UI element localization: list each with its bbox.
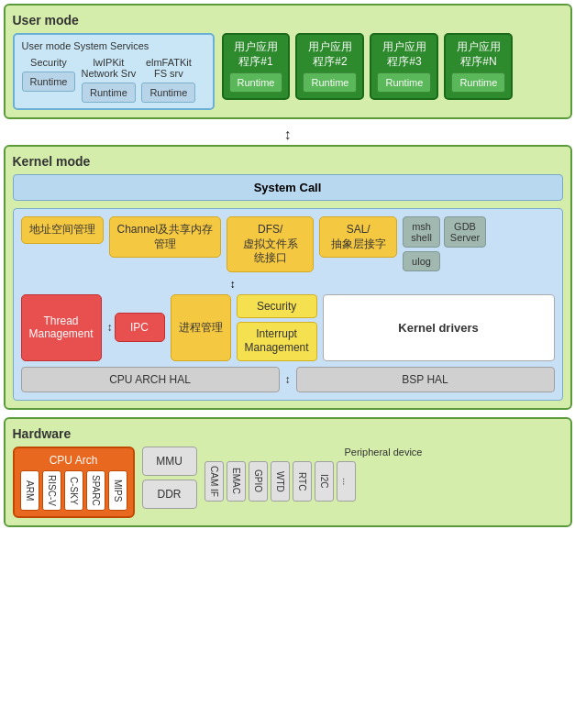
hal-row: CPU ARCH HAL ↕ BSP HAL xyxy=(21,367,555,392)
app-title-1: 用户应用程序#1 xyxy=(234,40,278,69)
system-call-box: System Call xyxy=(13,174,563,201)
ipc-left-arrow: ↕ xyxy=(107,321,113,334)
system-services-title: User mode System Services xyxy=(22,40,205,51)
services-row: Security Runtime lwIPKitNetwork Srv Runt… xyxy=(22,57,205,103)
service-lwipkit: lwIPKitNetwork Srv Runtime xyxy=(81,57,136,103)
process-mgmt-block: 进程管理 xyxy=(171,294,231,361)
cpu-arm: ARM xyxy=(20,470,39,511)
arrow-user-to-kernel: ↕ xyxy=(4,127,572,143)
app-runtime-1: Runtime xyxy=(229,72,283,93)
cpu-arch-title: CPU Arch xyxy=(20,454,127,467)
ddr-box: DDR xyxy=(142,480,197,509)
peripheral-title: Peripheral device xyxy=(205,447,563,458)
runtime-lwipkit: Runtime xyxy=(82,83,136,103)
hal-arrow-separator: ↕ xyxy=(285,373,291,386)
kernel-mode-title: Kernel mode xyxy=(13,154,563,169)
cpu-sparc: SPARC xyxy=(86,470,105,511)
block-addr-mgmt: 地址空间管理 xyxy=(21,216,104,244)
app-box-1: 用户应用程序#1 Runtime xyxy=(222,33,291,100)
peripheral-camif: CAM IF xyxy=(205,461,224,502)
service-label-lwipkit: lwIPKitNetwork Srv xyxy=(81,57,136,79)
peripheral-col: Peripheral device CAM IF EMAC GPIO WTD R… xyxy=(205,447,563,502)
peripheral-rtc: RTC xyxy=(293,461,312,502)
debug-tools-area: mshshell ulog GDBServer xyxy=(403,216,486,271)
app-title-3: 用户应用程序#3 xyxy=(382,40,426,69)
kernel-row2: ThreadManagement ↕ IPC 进程管理 Security Int… xyxy=(21,294,555,361)
kernel-mode-section: Kernel mode System Call 地址空间管理 Channel及共… xyxy=(4,145,572,410)
service-label-security: Security xyxy=(30,57,67,68)
hardware-inner: CPU Arch ARM RISC-V C-SKY SPARC MIPS MMU… xyxy=(13,447,563,518)
app-title-n: 用户应用程序#N xyxy=(457,40,501,69)
runtime-elmfatkit: Runtime xyxy=(141,83,195,103)
kernel-row1: 地址空间管理 Channel及共享内存管理 DFS/虚拟文件系统接口 SAL/抽… xyxy=(21,216,555,272)
gray-blocks-col: mshshell ulog xyxy=(403,216,440,271)
security-mgmt-col: Security InterruptManagement xyxy=(237,294,317,361)
peripheral-emac: EMAC xyxy=(227,461,246,502)
runtime-security: Runtime xyxy=(22,72,76,92)
user-mode-section: User mode User mode System Services Secu… xyxy=(4,4,572,119)
gdb-server-block: GDBServer xyxy=(444,216,486,248)
ulog-block: ulog xyxy=(403,251,440,271)
app-runtime-2: Runtime xyxy=(303,72,357,93)
interrupt-mgmt-block: InterruptManagement xyxy=(237,322,317,361)
cpu-csky: C-SKY xyxy=(64,470,83,511)
peripheral-more: ... xyxy=(337,461,356,502)
app-runtime-3: Runtime xyxy=(377,72,431,93)
user-mode-title: User mode xyxy=(13,13,563,28)
peripheral-gpio: GPIO xyxy=(249,461,268,502)
hardware-section: Hardware CPU Arch ARM RISC-V C-SKY SPARC… xyxy=(4,417,572,527)
block-sal: SAL/抽象层接字 xyxy=(319,216,397,258)
apps-container: 用户应用程序#1 Runtime 用户应用程序#2 Runtime 用户应用程序… xyxy=(222,33,514,100)
cpu-arch-items: ARM RISC-V C-SKY SPARC MIPS xyxy=(20,470,127,511)
peripheral-items: CAM IF EMAC GPIO WTD RTC I2C ... xyxy=(205,461,563,502)
app-runtime-n: Runtime xyxy=(451,72,505,93)
service-elmfatkit: elmFATKitFS srv Runtime xyxy=(141,57,195,103)
user-mode-inner: User mode System Services Security Runti… xyxy=(13,33,563,110)
hardware-title: Hardware xyxy=(13,426,563,441)
app-box-2: 用户应用程序#2 Runtime xyxy=(295,33,364,100)
service-label-elmfatkit: elmFATKitFS srv xyxy=(146,57,192,79)
block-channel-mgmt: Channel及共享内存管理 xyxy=(109,216,222,258)
app-box-3: 用户应用程序#3 Runtime xyxy=(370,33,438,100)
cpu-mips: MIPS xyxy=(108,470,127,511)
thread-management-block: ThreadManagement xyxy=(21,294,102,361)
block-dfs: DFS/虚拟文件系统接口 xyxy=(227,216,314,272)
peripheral-i2c: I2C xyxy=(315,461,334,502)
kernel-mid-arrow: ↕ xyxy=(21,278,555,291)
app-box-n: 用户应用程序#N Runtime xyxy=(444,33,513,100)
service-security: Security Runtime xyxy=(22,57,76,92)
main-container: User mode User mode System Services Secu… xyxy=(4,4,572,527)
cpu-arch-box: CPU Arch ARM RISC-V C-SKY SPARC MIPS xyxy=(13,447,135,518)
ipc-block: IPC xyxy=(115,313,165,342)
cpu-arch-hal-box: CPU ARCH HAL xyxy=(21,367,280,392)
mmu-box: MMU xyxy=(142,447,197,476)
peripheral-wtd: WTD xyxy=(271,461,290,502)
msh-shell-block: mshshell xyxy=(403,216,440,248)
mmu-ddr-col: MMU DDR xyxy=(142,447,197,509)
kernel-inner: 地址空间管理 Channel及共享内存管理 DFS/虚拟文件系统接口 SAL/抽… xyxy=(13,208,563,401)
app-title-2: 用户应用程序#2 xyxy=(308,40,352,69)
kernel-drivers-box: Kernel drivers xyxy=(323,294,555,361)
system-services-box: User mode System Services Security Runti… xyxy=(13,33,215,110)
ipc-area: ↕ IPC xyxy=(107,294,165,361)
cpu-riscv: RISC-V xyxy=(42,470,61,511)
security-block: Security xyxy=(237,294,317,318)
bsp-hal-box: BSP HAL xyxy=(296,367,555,392)
